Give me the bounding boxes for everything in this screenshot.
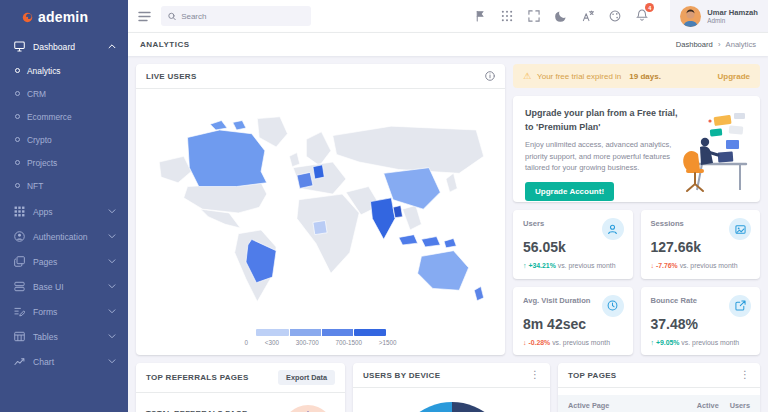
palette-icon[interactable] — [609, 10, 621, 22]
chevron-down-icon — [108, 309, 116, 314]
sidebar-item-ecommerce[interactable]: Ecommerce — [0, 105, 128, 128]
avatar — [680, 6, 701, 27]
info-icon[interactable] — [485, 71, 495, 81]
sidebar-item-label: Ecommerce — [27, 112, 72, 122]
brand-logo[interactable]: ademin — [0, 0, 128, 34]
user-role: Admin — [707, 17, 758, 24]
circle-icon — [15, 91, 20, 96]
search-box — [161, 6, 311, 26]
kebab-menu-icon[interactable]: ⋮ — [740, 370, 750, 380]
page-header: ANALYTICS Dashboard › Analytics — [128, 32, 768, 56]
world-map[interactable] — [136, 89, 505, 329]
device-pie-chart[interactable] — [394, 402, 510, 412]
sidebar-item-label: Chart — [33, 357, 54, 367]
stat-change-suffix: vs. previous month — [681, 339, 739, 346]
sidebar-item-label: Tables — [33, 332, 58, 342]
arrow-down-icon: ↓ — [651, 262, 654, 269]
chevron-down-icon — [108, 359, 116, 364]
sidebar-item-chart[interactable]: Chart — [0, 349, 128, 374]
stat-card-users: Users 56.05k ↑ +34.21% vs. previous mont — [513, 210, 633, 279]
column-header: Active — [697, 401, 719, 410]
page-title: ANALYTICS — [140, 40, 190, 49]
flag-icon[interactable] — [474, 10, 486, 22]
user-menu[interactable]: Umar Hamzah Admin — [670, 0, 768, 32]
moon-icon[interactable] — [555, 10, 567, 22]
export-data-button[interactable]: Export Data — [278, 370, 335, 385]
sidebar-item-base-ui[interactable]: Base UI — [0, 274, 128, 299]
circle-icon — [15, 183, 20, 188]
stat-value: 127.66k — [651, 239, 751, 255]
users-icon — [602, 218, 624, 240]
stat-change-suffix: vs. previous month — [680, 262, 738, 269]
user-circle-icon — [14, 231, 25, 242]
layers-icon — [14, 281, 25, 292]
stat-value: 37.48% — [651, 316, 751, 332]
sidebar-item-tables[interactable]: Tables — [0, 324, 128, 349]
legend-label: 300-700 — [296, 339, 319, 346]
stat-change-pct: +9.05% — [656, 339, 680, 346]
circle-icon — [15, 68, 20, 73]
search-icon — [168, 12, 176, 21]
sidebar-item-apps[interactable]: Apps — [0, 199, 128, 224]
brand-flame-icon — [22, 12, 33, 23]
upgrade-account-button[interactable]: Upgrade Account! — [525, 182, 614, 201]
trial-alert-days: 19 days. — [629, 72, 661, 81]
sidebar-item-label: Base UI — [33, 282, 64, 292]
stat-change-suffix: vs. previous month — [558, 262, 616, 269]
sidebar-item-label: Pages — [33, 257, 57, 267]
sidebar-item-label: Analytics — [27, 66, 61, 76]
sidebar-item-projects[interactable]: Projects — [0, 151, 128, 174]
chevron-down-icon — [108, 334, 116, 339]
stat-value: 8m 42sec — [523, 316, 623, 332]
fullscreen-icon[interactable] — [528, 10, 540, 22]
sidebar-item-pages[interactable]: Pages — [0, 249, 128, 274]
translate-icon[interactable] — [582, 10, 594, 22]
chevron-down-icon — [108, 284, 116, 289]
stat-change-pct: -7.76% — [656, 262, 678, 269]
sidebar: ademin Dashboard Analytics CRM Ecommerce — [0, 0, 128, 412]
forms-pen-icon — [14, 306, 25, 317]
stat-change-suffix: vs. previous month — [552, 339, 610, 346]
card-title: TOP PAGES — [568, 371, 617, 380]
trial-alert: ⚠ Your free trial expired in 19 days. Up… — [513, 64, 760, 88]
upgrade-description: Enjoy unlimited access, advanced analyti… — [525, 139, 687, 174]
apps-grid-icon — [14, 206, 25, 217]
sidebar-item-label: Dashboard — [33, 42, 75, 52]
stat-change: ↓ -0.28% vs. previous month — [523, 339, 623, 346]
topbar: 4 Umar Hamzah Admin — [128, 0, 768, 32]
column-header: Users — [730, 401, 750, 410]
chevron-down-icon — [108, 259, 116, 264]
notifications-button[interactable]: 4 — [636, 7, 648, 25]
apps-grid-icon[interactable] — [501, 10, 513, 22]
circle-icon — [15, 137, 20, 142]
sidebar-item-analytics[interactable]: Analytics — [0, 59, 128, 82]
sidebar-item-label: Authentication — [33, 232, 87, 242]
sidebar-item-dashboard[interactable]: Dashboard — [0, 34, 128, 59]
sidebar-item-authentication[interactable]: Authentication — [0, 224, 128, 249]
sidebar-item-label: Forms — [33, 307, 57, 317]
sidebar-item-crm[interactable]: CRM — [0, 82, 128, 105]
map-legend-labels: 0 <300 300-700 700-1500 >1500 — [245, 339, 397, 346]
sidebar-item-crypto[interactable]: Crypto — [0, 128, 128, 151]
upgrade-link[interactable]: Upgrade — [718, 72, 750, 81]
sidebar-item-forms[interactable]: Forms — [0, 299, 128, 324]
top-referrals-card: TOP REFERRALS PAGES Export Data TOTAL RE… — [136, 363, 345, 412]
stats-grid: Users 56.05k ↑ +34.21% vs. previous mont — [513, 210, 760, 355]
search-input[interactable] — [181, 12, 304, 21]
sidebar-item-label: Projects — [27, 158, 57, 168]
pages-icon — [14, 256, 25, 267]
kebab-menu-icon[interactable]: ⋮ — [530, 370, 540, 380]
dashboard-icon — [14, 41, 25, 52]
breadcrumb-separator: › — [718, 40, 721, 49]
notification-badge: 4 — [645, 3, 654, 12]
app-root: ademin Dashboard Analytics CRM Ecommerce — [0, 0, 768, 412]
hamburger-menu-icon[interactable] — [138, 11, 151, 22]
sidebar-item-label: CRM — [27, 89, 46, 99]
trial-alert-text: Your free trial expired in — [537, 72, 621, 81]
breadcrumb-root[interactable]: Dashboard — [676, 40, 713, 49]
sidebar-item-nft[interactable]: NFT — [0, 174, 128, 197]
warning-icon: ⚠ — [523, 71, 531, 81]
dashboard-submenu: Analytics CRM Ecommerce Crypto Projects … — [0, 59, 128, 199]
brand-name: ademin — [38, 9, 88, 25]
circle-icon — [15, 160, 20, 165]
